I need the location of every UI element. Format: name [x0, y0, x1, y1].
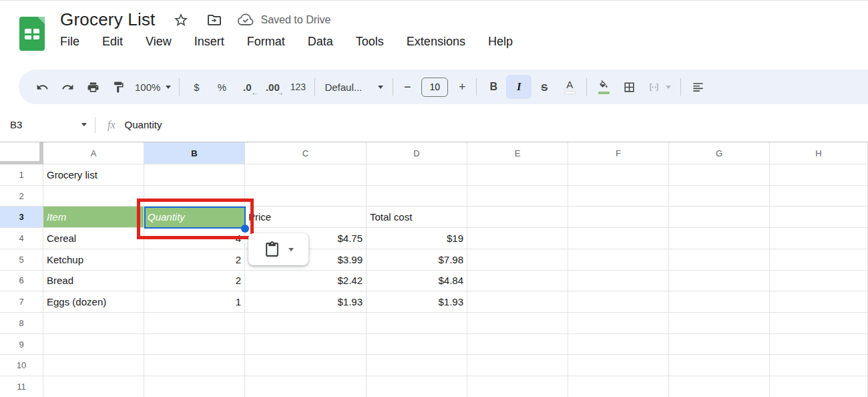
cell-F5[interactable]	[568, 249, 669, 271]
cell-E11[interactable]	[467, 376, 568, 397]
cell-C10[interactable]	[245, 355, 367, 376]
cell-A7[interactable]: Eggs (dozen)	[43, 291, 144, 313]
row-header-3[interactable]: 3	[0, 207, 43, 228]
cell-A2[interactable]	[43, 186, 144, 207]
cell-H7[interactable]	[770, 291, 868, 313]
cell-H9[interactable]	[770, 334, 868, 356]
cell-G7[interactable]	[669, 291, 770, 313]
cell-E3[interactable]	[467, 207, 568, 228]
row-header-5[interactable]: 5	[0, 249, 43, 271]
format-percent-button[interactable]: %	[209, 75, 234, 99]
row-header-11[interactable]: 11	[0, 376, 43, 397]
borders-button[interactable]	[616, 75, 642, 99]
cell-B5[interactable]: 2	[144, 249, 245, 271]
select-all-corner[interactable]	[0, 142, 43, 164]
row-header-9[interactable]: 9	[0, 334, 43, 356]
paste-options-chevron-icon[interactable]	[288, 248, 294, 251]
cell-C11[interactable]	[245, 376, 367, 397]
bold-button[interactable]: B	[481, 75, 506, 99]
row-header-8[interactable]: 8	[0, 313, 43, 334]
column-header-A[interactable]: A	[43, 142, 144, 164]
formula-input[interactable]: Quantity	[125, 119, 868, 130]
cell-A1[interactable]: Grocery list	[43, 164, 144, 186]
cell-E9[interactable]	[467, 334, 568, 356]
cell-G2[interactable]	[669, 186, 770, 207]
fill-color-button[interactable]	[591, 75, 616, 99]
cell-E10[interactable]	[467, 355, 568, 376]
format-currency-button[interactable]: $	[184, 75, 209, 99]
paste-button[interactable]	[248, 233, 308, 265]
column-header-H[interactable]: H	[770, 142, 868, 164]
menu-data[interactable]: Data	[299, 33, 342, 51]
horizontal-align-button[interactable]	[685, 75, 710, 99]
cell-F7[interactable]	[568, 291, 669, 313]
cell-F10[interactable]	[568, 355, 669, 376]
cell-A4[interactable]: Cereal	[43, 228, 144, 249]
cell-F9[interactable]	[568, 334, 669, 356]
cell-H2[interactable]	[770, 186, 868, 207]
cell-D7[interactable]: $1.93	[367, 291, 467, 313]
cell-B6[interactable]: 2	[144, 271, 245, 292]
cell-F1[interactable]	[568, 164, 669, 186]
cell-D5[interactable]: $7.98	[367, 249, 467, 271]
cell-C1[interactable]	[245, 164, 367, 186]
cell-A6[interactable]: Bread	[43, 271, 144, 292]
cell-B9[interactable]	[144, 334, 245, 356]
cell-A10[interactable]	[43, 355, 144, 376]
cell-D9[interactable]	[367, 334, 467, 356]
cell-B1[interactable]	[144, 164, 245, 186]
paint-format-button[interactable]	[105, 75, 131, 99]
print-button[interactable]	[80, 75, 105, 99]
cell-E1[interactable]	[467, 164, 568, 186]
cell-H10[interactable]	[770, 355, 868, 376]
cell-C8[interactable]	[245, 313, 367, 334]
cell-A11[interactable]	[43, 376, 144, 397]
cell-G6[interactable]	[669, 271, 770, 292]
cell-H4[interactable]	[770, 228, 868, 249]
cell-H5[interactable]	[770, 249, 868, 271]
zoom-select[interactable]: 100%	[131, 75, 175, 99]
cell-C2[interactable]	[245, 186, 367, 207]
cell-G11[interactable]	[669, 376, 770, 397]
cell-D3[interactable]: Total cost	[367, 207, 467, 228]
menu-help[interactable]: Help	[479, 33, 521, 51]
cell-D4[interactable]: $19	[367, 228, 467, 249]
cell-F11[interactable]	[568, 376, 669, 397]
menu-extensions[interactable]: Extensions	[398, 33, 474, 51]
menu-insert[interactable]: Insert	[186, 33, 233, 51]
column-header-C[interactable]: C	[245, 142, 367, 164]
move-to-folder-icon[interactable]	[206, 12, 222, 28]
menu-view[interactable]: View	[137, 33, 180, 51]
cell-D1[interactable]	[367, 164, 467, 186]
row-header-10[interactable]: 10	[0, 355, 43, 376]
cell-A9[interactable]	[43, 334, 144, 356]
increase-decimal-places-button[interactable]: .00 →	[260, 75, 285, 99]
cell-B8[interactable]	[144, 313, 245, 334]
cell-G4[interactable]	[669, 228, 770, 249]
cell-H8[interactable]	[770, 313, 868, 334]
column-header-G[interactable]: G	[669, 142, 770, 164]
merge-cells-button[interactable]	[642, 75, 676, 99]
cell-D2[interactable]	[367, 186, 467, 207]
cell-A5[interactable]: Ketchup	[43, 249, 144, 271]
cell-E6[interactable]	[467, 271, 568, 292]
cell-D8[interactable]	[367, 313, 467, 334]
saved-status[interactable]: Saved to Drive	[237, 12, 331, 28]
cell-G10[interactable]	[669, 355, 770, 376]
undo-button[interactable]	[29, 75, 55, 99]
cell-B4[interactable]: 4	[144, 228, 245, 249]
name-box[interactable]: B3	[0, 119, 93, 130]
cell-G9[interactable]	[669, 334, 770, 356]
column-header-E[interactable]: E	[467, 142, 568, 164]
cell-F4[interactable]	[568, 228, 669, 249]
row-header-1[interactable]: 1	[0, 164, 43, 186]
cell-F6[interactable]	[568, 271, 669, 292]
cell-H6[interactable]	[770, 271, 868, 292]
star-icon[interactable]	[173, 12, 189, 28]
cell-F8[interactable]	[568, 313, 669, 334]
menu-tools[interactable]: Tools	[347, 33, 393, 51]
cell-G8[interactable]	[669, 313, 770, 334]
cell-B7[interactable]: 1	[144, 291, 245, 313]
document-title[interactable]: Grocery List	[60, 9, 156, 30]
cell-H11[interactable]	[770, 376, 868, 397]
